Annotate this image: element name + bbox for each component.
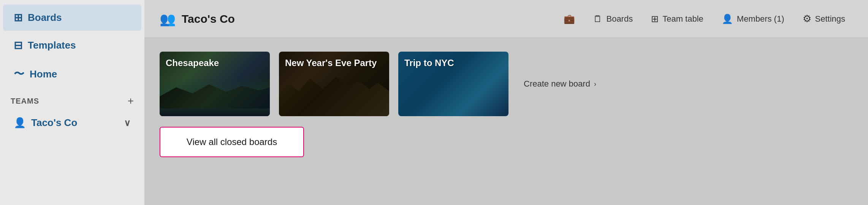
sidebar-item-home[interactable]: 〜 Home <box>3 60 141 88</box>
board-nyc-bg: Trip to NYC <box>398 52 508 116</box>
create-plus-icon: › <box>594 80 596 88</box>
nav-item-boards[interactable]: 🗒 Boards <box>586 10 640 28</box>
nav-item-briefcase[interactable]: 💼 <box>556 10 583 28</box>
home-icon: 〜 <box>14 67 24 81</box>
sidebar: ⊞ Boards ⊟ Templates 〜 Home TEAMS + 👤 Ta… <box>0 0 144 205</box>
board-chesapeake-title: Chesapeake <box>166 58 219 68</box>
chevron-down-icon: ∨ <box>124 118 131 128</box>
briefcase-icon: 💼 <box>564 14 575 24</box>
sidebar-templates-label: Templates <box>28 39 76 51</box>
board-card-nyc[interactable]: Trip to NYC <box>398 52 508 116</box>
content-area: Chesapeake New Year's Eve Party Trip to … <box>144 38 868 205</box>
nav-item-settings[interactable]: ⚙ Settings <box>795 9 853 28</box>
team-left: 👤 Taco's Co <box>14 117 77 129</box>
sidebar-item-boards[interactable]: ⊞ Boards <box>3 5 141 31</box>
team-icon: 👤 <box>14 117 26 129</box>
teams-section-header: TEAMS + <box>11 95 134 107</box>
topbar-nav: 💼 🗒 Boards ⊞ Team table 👤 Members (1) ⚙ … <box>556 9 853 28</box>
team-name-label: Taco's Co <box>31 117 77 129</box>
nav-boards-label: Boards <box>606 14 633 24</box>
nav-settings-label: Settings <box>815 14 846 24</box>
boards-row: Chesapeake New Year's Eve Party Trip to … <box>160 52 853 116</box>
boards-nav-icon: 🗒 <box>593 14 602 24</box>
board-newyears-title: New Year's Eve Party <box>285 58 377 68</box>
table-icon: ⊞ <box>651 14 659 24</box>
teams-label: TEAMS <box>11 97 39 106</box>
add-team-button[interactable]: + <box>128 95 134 107</box>
board-nyc-title: Trip to NYC <box>404 58 454 68</box>
templates-icon: ⊟ <box>14 39 22 52</box>
board-chesapeake-bg: Chesapeake <box>160 52 270 116</box>
view-closed-boards-button[interactable]: View all closed boards <box>160 127 304 157</box>
settings-icon: ⚙ <box>803 13 811 25</box>
nav-item-team-table[interactable]: ⊞ Team table <box>643 10 711 28</box>
nav-members-label: Members (1) <box>737 14 784 24</box>
sidebar-boards-label: Boards <box>28 12 62 24</box>
board-card-chesapeake[interactable]: Chesapeake <box>160 52 270 116</box>
topbar-title-section: 👥 Taco's Co <box>160 11 235 27</box>
topbar: 👥 Taco's Co 💼 🗒 Boards ⊞ Team table 👤 Me… <box>144 0 868 38</box>
sidebar-item-team[interactable]: 👤 Taco's Co ∨ <box>3 111 141 135</box>
main-content: 👥 Taco's Co 💼 🗒 Boards ⊞ Team table 👤 Me… <box>144 0 868 205</box>
workspace-icon: 👥 <box>160 11 176 27</box>
create-new-board-button[interactable]: Create new board › <box>518 75 602 93</box>
members-icon: 👤 <box>722 14 733 24</box>
nav-item-members[interactable]: 👤 Members (1) <box>714 10 792 28</box>
view-closed-label: View all closed boards <box>187 137 277 147</box>
create-new-board-label: Create new board <box>524 79 590 89</box>
board-card-newyears[interactable]: New Year's Eve Party <box>279 52 389 116</box>
workspace-title: Taco's Co <box>182 13 235 25</box>
boards-icon: ⊞ <box>14 11 22 24</box>
nav-team-table-label: Team table <box>662 14 703 24</box>
sidebar-home-label: Home <box>30 68 57 80</box>
sidebar-item-templates[interactable]: ⊟ Templates <box>3 32 141 58</box>
board-newyears-bg: New Year's Eve Party <box>279 52 389 116</box>
